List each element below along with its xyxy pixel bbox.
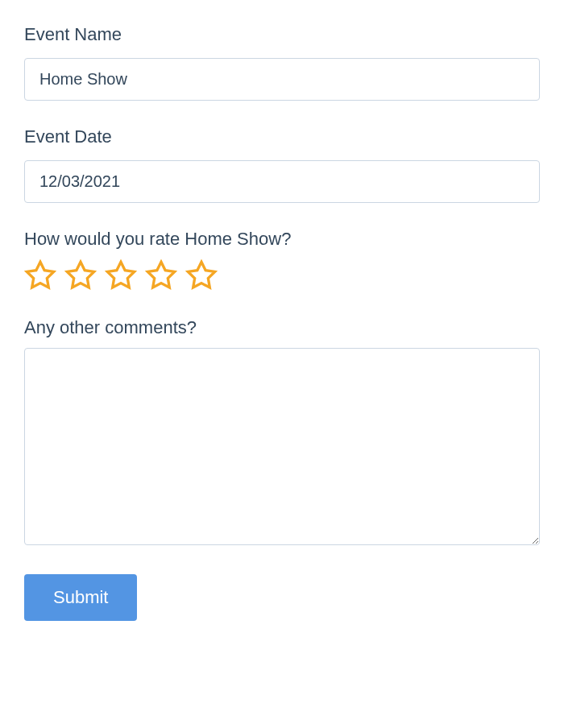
- submit-button[interactable]: Submit: [24, 574, 137, 621]
- rating-group: How would you rate Home Show?: [24, 229, 540, 292]
- star-icon[interactable]: [145, 259, 177, 292]
- event-feedback-form: Event Name Event Date How would you rate…: [24, 24, 540, 621]
- svg-marker-4: [188, 262, 214, 287]
- svg-marker-3: [147, 262, 174, 287]
- star-icon[interactable]: [24, 259, 56, 292]
- svg-marker-1: [67, 262, 93, 287]
- comments-group: Any other comments?: [24, 317, 540, 548]
- event-name-input[interactable]: [24, 58, 540, 101]
- event-date-label: Event Date: [24, 126, 540, 147]
- event-date-input[interactable]: [24, 160, 540, 203]
- comments-textarea[interactable]: [24, 348, 540, 545]
- svg-marker-2: [107, 262, 134, 287]
- rating-label: How would you rate Home Show?: [24, 229, 540, 250]
- event-name-group: Event Name: [24, 24, 540, 101]
- star-icon[interactable]: [64, 259, 97, 292]
- star-icon[interactable]: [185, 259, 218, 292]
- date-input-wrapper: [24, 160, 540, 203]
- event-name-label: Event Name: [24, 24, 540, 45]
- comments-label: Any other comments?: [24, 317, 540, 338]
- rating-stars: [24, 259, 540, 292]
- svg-marker-0: [27, 262, 53, 287]
- event-date-group: Event Date: [24, 126, 540, 203]
- star-icon[interactable]: [105, 259, 137, 292]
